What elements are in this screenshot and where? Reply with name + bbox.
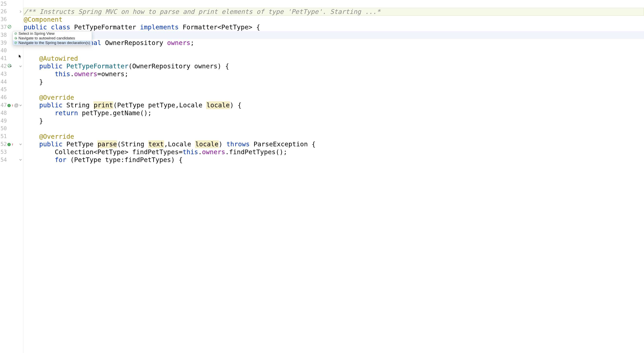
var-findpettypes: findPetTypes bbox=[124, 156, 171, 164]
type-pettype: PetType bbox=[66, 140, 94, 148]
code-area[interactable]: /** Instructs Spring MVC on how to parse… bbox=[23, 0, 644, 353]
override-up-icon[interactable]: ↑ bbox=[11, 103, 14, 107]
fold-collapse-icon[interactable] bbox=[19, 103, 22, 107]
type-string: String bbox=[66, 101, 90, 109]
fold-collapse-icon[interactable] bbox=[19, 158, 22, 162]
fold-collapse-icon[interactable] bbox=[19, 64, 22, 68]
keyword-public: public bbox=[39, 101, 62, 109]
implements-icon[interactable]: I bbox=[7, 140, 11, 148]
line-number: 38 bbox=[0, 32, 7, 38]
code-line[interactable]: Collection<PetType> findPetTypes = this.… bbox=[23, 148, 644, 156]
line-number: 37 bbox=[0, 24, 7, 30]
code-line[interactable]: for (PetType type : findPetTypes) { bbox=[23, 156, 644, 164]
popup-menu-item[interactable]: Navigate to the Spring bean declaration(… bbox=[13, 41, 92, 45]
code-line[interactable] bbox=[23, 47, 644, 55]
implements-icon[interactable]: I bbox=[7, 101, 11, 109]
popup-menu-item[interactable]: Select in Spring View bbox=[13, 31, 92, 36]
semi: ; bbox=[148, 109, 152, 117]
keyword-this: this bbox=[182, 148, 198, 156]
gutter-popup-menu: Select in Spring View Navigate to autowi… bbox=[13, 31, 92, 45]
annotation-autowired: @Autowired bbox=[39, 55, 78, 62]
lbrace: { bbox=[256, 23, 260, 31]
field-owners: owners bbox=[74, 70, 97, 78]
param-owners: owners bbox=[101, 70, 124, 78]
code-line[interactable]: public class PetTypeFormatter implements… bbox=[23, 23, 644, 31]
rparen: ) bbox=[171, 156, 175, 164]
line-number: 49 bbox=[0, 118, 7, 124]
lbrace: { bbox=[179, 156, 182, 164]
semi: ; bbox=[190, 39, 194, 47]
annotation-override: @Override bbox=[39, 94, 74, 101]
override-up-icon[interactable]: ↑ bbox=[11, 142, 14, 146]
gutter-icons: I↑@ bbox=[7, 101, 18, 109]
code-line[interactable]: @Override bbox=[23, 133, 644, 140]
svg-text:I: I bbox=[9, 104, 9, 107]
gutter-row: 36 bbox=[0, 16, 23, 23]
lparen: ( bbox=[117, 140, 121, 148]
gutter-row: 48 bbox=[0, 109, 23, 117]
code-line[interactable]: @Override bbox=[23, 94, 644, 101]
spring-bean-icon bbox=[14, 41, 17, 45]
gutter-row: 44 bbox=[0, 78, 23, 86]
fold-expand-icon[interactable] bbox=[19, 10, 22, 13]
code-editor: 25263637 3839404142 4344454647I↑@4849505… bbox=[0, 0, 644, 353]
type-pettype: PetType bbox=[97, 148, 124, 156]
code-line[interactable]: public String print(PetType petType, Loc… bbox=[23, 101, 644, 109]
parens: () bbox=[276, 148, 284, 156]
code-line[interactable] bbox=[23, 86, 644, 94]
code-line[interactable] bbox=[23, 125, 644, 133]
keyword-public: public bbox=[39, 62, 62, 70]
param-locale: locale bbox=[195, 140, 219, 148]
svg-text:I: I bbox=[9, 143, 9, 146]
code-line[interactable]: @Autowired bbox=[23, 55, 644, 62]
dot: . bbox=[109, 109, 113, 117]
annotation-gutter-icon[interactable]: @ bbox=[14, 103, 18, 107]
spring-bean-icon[interactable] bbox=[7, 23, 12, 31]
gutter-icons: I↑ bbox=[7, 140, 14, 148]
fold-collapse-icon[interactable] bbox=[19, 143, 22, 146]
line-number: 36 bbox=[0, 16, 7, 22]
popup-menu-item[interactable]: Navigate to autowired candidates bbox=[13, 36, 92, 41]
class-name: PetTypeFormatter bbox=[74, 23, 136, 31]
comma: , bbox=[164, 140, 168, 148]
spring-bean-nav-icon[interactable] bbox=[7, 62, 12, 70]
rbrace: } bbox=[39, 78, 43, 86]
line-number: 39 bbox=[0, 40, 7, 46]
code-line[interactable]: this.owners = owners; bbox=[23, 70, 644, 78]
lt: < bbox=[94, 148, 97, 156]
line-number: 40 bbox=[0, 47, 7, 54]
code-line[interactable]: public PetType parse(String text, Locale… bbox=[23, 140, 644, 148]
type-owner-repo: OwnerRepository bbox=[105, 39, 163, 47]
gutter-row: 41 bbox=[0, 55, 23, 62]
gutter-row: 25 bbox=[0, 0, 23, 8]
lparen: ( bbox=[70, 156, 74, 164]
code-line[interactable] bbox=[23, 0, 644, 8]
lbrace: { bbox=[225, 62, 229, 70]
method-findpettypes: findPetTypes bbox=[229, 148, 276, 156]
code-line[interactable]: } bbox=[23, 117, 644, 125]
type-locale: Locale bbox=[168, 140, 191, 148]
line-number: 41 bbox=[0, 55, 7, 61]
gutter-row: 47I↑@ bbox=[0, 101, 23, 109]
type-formatter: Formatter bbox=[182, 23, 218, 31]
gutter-row: 37 bbox=[0, 23, 23, 31]
code-line[interactable]: return petType.getName(); bbox=[23, 109, 644, 117]
line-number: 51 bbox=[0, 133, 7, 139]
rparen: ) bbox=[218, 140, 222, 148]
lparen: ( bbox=[128, 62, 132, 70]
type-pettype: PetType bbox=[222, 23, 248, 31]
doc-comment-line[interactable]: /** Instructs Spring MVC on how to parse… bbox=[23, 8, 644, 16]
gutter-row: 42 bbox=[0, 62, 23, 70]
colon: : bbox=[121, 156, 124, 164]
var-type: type bbox=[105, 156, 121, 164]
code-line-current[interactable] bbox=[23, 31, 644, 39]
code-line[interactable]: @Component bbox=[23, 16, 644, 23]
gutter-row: 43 bbox=[0, 70, 23, 78]
comma: , bbox=[175, 101, 179, 109]
code-line[interactable]: nal OwnerRepository owners; bbox=[23, 39, 644, 47]
code-line[interactable]: } bbox=[23, 78, 644, 86]
var-findpettypes: findPetTypes bbox=[132, 148, 178, 156]
code-line[interactable]: public PetTypeFormatter(OwnerRepository … bbox=[23, 62, 644, 70]
lbrace: { bbox=[238, 101, 242, 109]
gutter-row: 46 bbox=[0, 94, 23, 101]
